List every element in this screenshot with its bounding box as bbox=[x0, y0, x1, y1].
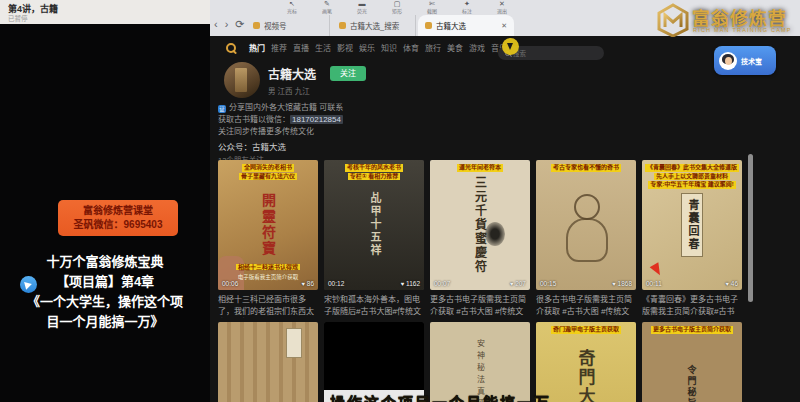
video-card[interactable] bbox=[324, 322, 424, 402]
watermark-logo-icon bbox=[656, 3, 690, 37]
tab-active-profile[interactable]: 古籍大选 ✕ bbox=[418, 15, 514, 36]
tab-close-icon[interactable]: ✕ bbox=[501, 22, 507, 30]
video-cover: 三元千貨蜜慶符 bbox=[430, 160, 530, 290]
mouse-highlight-cursor-icon bbox=[502, 38, 519, 55]
profile-bio-line2: 获取古书籍以微信：18170212854 bbox=[218, 115, 343, 125]
like-count: 1162 bbox=[401, 280, 420, 287]
highlighter-icon: ▬ bbox=[359, 0, 366, 8]
wechat-number: 18170212854 bbox=[290, 115, 343, 124]
video-caption[interactable]: 《青囊回春》更多古书电子版需我主页简介获取#古书大图 #传统文化 bbox=[642, 294, 742, 318]
video-card[interactable]: 奇門大全 奇门遁甲电子版主页获取 bbox=[536, 322, 636, 402]
video-caption[interactable]: 更多古书电子版需我主页简介获取 #古书大图 #传统文化 bbox=[430, 294, 530, 318]
contact-badge: 富翁修炼营课堂 圣矾微信：9695403 bbox=[58, 200, 178, 236]
video-card[interactable]: 開靈符寶 全网消失的老相书骨子里藏有九法六仪 相经十三科迷书认得戏 电子版看我主… bbox=[218, 160, 318, 290]
profile-bio-line3: 关注同步传播更多传统文化 bbox=[218, 127, 314, 137]
category-recommend[interactable]: 推荐 bbox=[270, 42, 288, 56]
annotation-toolbar: ↖光标 ✎画笔 ▬荧光 ▢矩形 ✄截图 ✦标注 ✕退出 bbox=[281, 0, 513, 14]
category-life[interactable]: 生活 bbox=[314, 42, 332, 56]
browser-window: ‹ › ⟳ 视频号 古籍大选_搜索 古籍大选 ✕ bbox=[210, 0, 800, 402]
category-knowledge[interactable]: 知识 bbox=[380, 42, 398, 56]
video-caption[interactable]: 相经十三科已经面市很多了，我们的老祖宗们东西太多了，慢… bbox=[218, 294, 318, 318]
like-count: 207 bbox=[510, 280, 526, 287]
video-card[interactable]: 青囊回春 《青囊回春》此书交集大全修道版先人手上以文聘郎贵重材料专家:中华五千年… bbox=[642, 160, 742, 290]
channels-page: 热门 推荐 直播 生活 影视 娱乐 知识 体育 旅行 美食 游戏 音乐 bbox=[210, 36, 800, 402]
tab-favicon bbox=[339, 22, 346, 29]
rect-icon: ▢ bbox=[394, 0, 401, 8]
support-badge[interactable]: 技术宝 bbox=[714, 46, 776, 75]
category-travel[interactable]: 旅行 bbox=[424, 42, 442, 56]
scissors-icon: ✄ bbox=[429, 0, 435, 8]
watermark: 富翁修炼营 RICH MAN TRAINING CAMP bbox=[656, 2, 798, 42]
browser-nav-buttons: ‹ › ⟳ bbox=[214, 17, 245, 31]
verified-icon: 证 bbox=[218, 105, 226, 113]
category-entertainment[interactable]: 娱乐 bbox=[358, 42, 376, 56]
pen-icon: ✎ bbox=[324, 0, 330, 8]
tool-annotate[interactable]: ✦标注 bbox=[456, 0, 478, 14]
video-card[interactable]: 乩甲十五祥 考核千年的风水老书专栏① 看相力推荐 00:12 1162 bbox=[324, 160, 424, 290]
video-card[interactable]: 三元千貨蜜慶符 道光年间老符本 00:07 207 bbox=[430, 160, 530, 290]
video-card[interactable]: 考古专家也看不懂的奇书 00:15 1868 bbox=[536, 160, 636, 290]
profile-name: 古籍大选 bbox=[268, 65, 316, 82]
video-duration: 00:07 bbox=[434, 280, 450, 287]
tool-screenshot[interactable]: ✄截图 bbox=[421, 0, 443, 14]
tab-favicon bbox=[425, 22, 432, 29]
tab-favicon bbox=[253, 22, 260, 29]
scrollbar-thumb[interactable] bbox=[748, 154, 753, 302]
tab-channels[interactable]: 视频号 bbox=[246, 15, 330, 36]
video-duration: 00:15 bbox=[540, 280, 556, 287]
follow-button[interactable]: 关注 bbox=[330, 66, 366, 81]
video-card[interactable]: 令門秘旨 更多古书电子版主页简介获取 bbox=[642, 322, 742, 402]
tool-rect[interactable]: ▢矩形 bbox=[386, 0, 408, 14]
cursor-icon: ↖ bbox=[289, 0, 295, 8]
category-hot[interactable]: 热门 bbox=[248, 42, 266, 56]
video-card[interactable]: 安神秘法真傳抄本 bbox=[430, 322, 530, 402]
star-icon: ✦ bbox=[464, 0, 470, 8]
video-cover-red-seal: 令門秘旨 bbox=[642, 322, 742, 402]
presentation-panel: 富翁修炼营课堂 圣矾微信：9695403 十万个富翁修炼宝典 【项目篇】第4章 … bbox=[0, 24, 210, 402]
reload-icon[interactable]: ⟳ bbox=[235, 17, 244, 31]
category-live[interactable]: 直播 bbox=[292, 42, 310, 56]
video-duration: 00:11 bbox=[646, 280, 662, 287]
tool-cursor[interactable]: ↖光标 bbox=[281, 0, 303, 14]
video-cover: 奇門大全 bbox=[536, 322, 636, 402]
video-caption[interactable]: 宋钞和孤本海外善本，图电子版随后#古书大图#传统文化 bbox=[324, 294, 424, 318]
close-icon: ✕ bbox=[499, 0, 505, 8]
category-food[interactable]: 美食 bbox=[446, 42, 464, 56]
chat-bubble-icon bbox=[20, 276, 37, 293]
video-duration: 00:06 bbox=[222, 280, 238, 287]
like-count: 46 bbox=[726, 280, 738, 287]
recorder-status: 已暂停 bbox=[8, 13, 28, 23]
like-count: 1868 bbox=[612, 280, 632, 287]
video-card[interactable] bbox=[218, 322, 318, 402]
channels-logo-icon bbox=[226, 43, 236, 53]
profile-meta: 男 江西 九江 bbox=[268, 85, 310, 96]
video-cover-warrior-sketch bbox=[536, 160, 636, 290]
search-input[interactable] bbox=[513, 50, 593, 57]
video-cover-manuscript: 安神秘法真傳抄本 bbox=[430, 322, 530, 402]
category-sports[interactable]: 体育 bbox=[402, 42, 420, 56]
official-account-link[interactable]: 公众号：古籍大选 bbox=[218, 140, 286, 152]
video-cover-book-stack bbox=[218, 322, 318, 402]
tool-highlighter[interactable]: ▬荧光 bbox=[351, 0, 373, 14]
video-cover-taiji-icon bbox=[324, 322, 424, 402]
clipped-subtitle: 操作这个项目一个月能搞一万 bbox=[330, 393, 580, 402]
video-caption[interactable]: 很多古书电子版需我主页简介获取 #古书大图 #传统文化 bbox=[536, 294, 636, 318]
like-count: 86 bbox=[302, 280, 314, 287]
profile-bio-line1: 证分享国内外各大馆藏古籍 可联系 bbox=[218, 103, 343, 113]
video-duration: 00:12 bbox=[328, 280, 344, 287]
profile-avatar[interactable] bbox=[224, 62, 260, 98]
support-avatar bbox=[719, 52, 737, 70]
back-icon[interactable]: ‹ bbox=[214, 17, 218, 31]
category-movies[interactable]: 影视 bbox=[336, 42, 354, 56]
tool-exit[interactable]: ✕退出 bbox=[491, 0, 513, 14]
tab-search[interactable]: 古籍大选_搜索 bbox=[332, 15, 416, 36]
category-games[interactable]: 游戏 bbox=[468, 42, 486, 56]
tool-pen[interactable]: ✎画笔 bbox=[316, 0, 338, 14]
screen: 第4讲，古籍 已暂停 ↖光标 ✎画笔 ▬荧光 ▢矩形 ✄截图 ✦标注 ✕退出 ‹… bbox=[0, 0, 800, 402]
forward-icon[interactable]: › bbox=[225, 17, 229, 31]
